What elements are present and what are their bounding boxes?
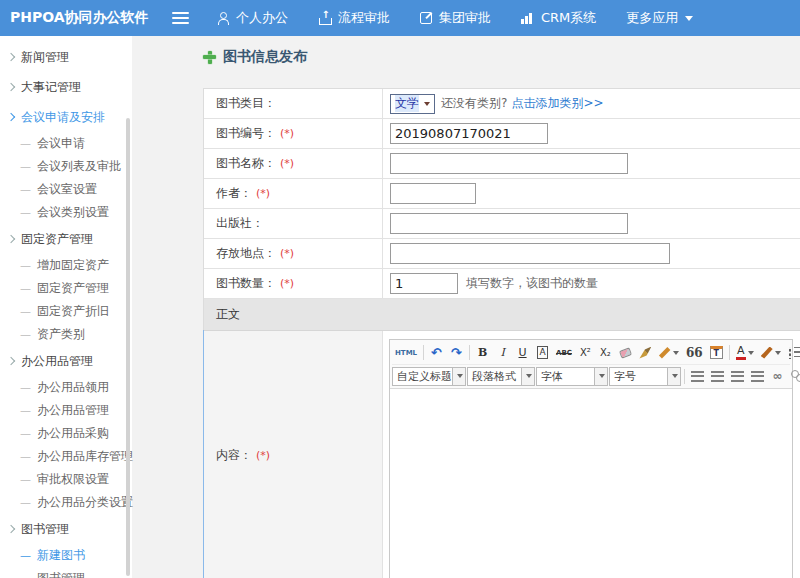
category-select[interactable]: 文学 [390, 94, 435, 114]
align-center-icon [711, 371, 724, 382]
undo-button[interactable]: ↶ [427, 343, 446, 362]
font-color-button[interactable]: A [733, 343, 757, 362]
anchor-button[interactable] [788, 367, 800, 386]
sidebar-item-meeting-category[interactable]: — 会议类别设置 [0, 201, 132, 224]
category-selected-value: 文学 [395, 95, 419, 112]
align-center-button[interactable] [708, 367, 727, 386]
html-source-button[interactable]: HTML [392, 343, 420, 362]
sidebar-item-book-manage[interactable]: — 图书管理 [0, 567, 132, 578]
sidebar-item-add-asset[interactable]: — 增加固定资产 [0, 254, 132, 277]
sidebar-item-meeting-apply[interactable]: — 会议申请 [0, 132, 132, 155]
nav-more-apps[interactable]: 更多应用 [626, 9, 693, 27]
sidebar-group-memorabilia[interactable]: 大事记管理 [0, 72, 132, 102]
quantity-input[interactable] [390, 273, 458, 294]
sidebar-group-news[interactable]: 新闻管理 [0, 42, 132, 72]
link-icon: ∞ [773, 371, 783, 382]
nav-workflow-approval[interactable]: 流程审批 [318, 9, 390, 27]
sidebar-item-asset-manage[interactable]: — 固定资产管理 [0, 277, 132, 300]
section-header-body: 正文 [204, 299, 800, 331]
blockquote-button[interactable]: 66 [683, 343, 706, 362]
nav-label: CRM系统 [541, 9, 596, 27]
font-border-button[interactable]: A [533, 343, 552, 362]
book-no-input[interactable] [390, 123, 548, 144]
sidebar-item-meeting-room[interactable]: — 会议室设置 [0, 178, 132, 201]
chevron-right-icon [7, 53, 15, 61]
editor-content-area[interactable] [390, 389, 792, 578]
chevron-down-icon [673, 351, 679, 355]
sidebar-item-supplies-claim[interactable]: — 办公用品领用 [0, 376, 132, 399]
required-marker: (*) [280, 277, 294, 290]
sidebar-item-label: 会议申请 [37, 135, 85, 152]
chevron-right-icon [7, 525, 15, 533]
sidebar-group-meeting[interactable]: 会议申请及安排 [0, 102, 132, 132]
sidebar: 新闻管理 大事记管理 会议申请及安排 — 会议申请 — 会议列表及审批 — 会议… [0, 36, 132, 578]
paste-text-icon: T [710, 346, 723, 359]
subscript-button[interactable]: X₂ [596, 343, 615, 362]
nav-crm-system[interactable]: CRM系统 [521, 9, 596, 27]
sidebar-scrollbar[interactable] [126, 118, 130, 576]
sidebar-item-label: 固定资产管理 [37, 280, 109, 297]
sidebar-group-office-supplies[interactable]: 办公用品管理 [0, 346, 132, 376]
sidebar-item-label: 会议申请及安排 [21, 109, 105, 126]
heading-select[interactable]: 自定义标题 [392, 367, 466, 386]
add-category-link[interactable]: 点击添加类别>> [511, 95, 603, 112]
font-size-select[interactable]: 字号 [609, 367, 681, 386]
chevron-down-icon [526, 374, 532, 378]
sidebar-item-label: 新闻管理 [21, 49, 69, 66]
font-color-letter: A [737, 346, 745, 356]
row-location: 存放地点： (*) [204, 239, 800, 269]
location-input[interactable] [390, 243, 670, 264]
author-input[interactable] [390, 183, 476, 204]
font-family-select[interactable]: 字体 [536, 367, 608, 386]
sidebar-item-supplies-manage[interactable]: — 办公用品管理 [0, 399, 132, 422]
insert-link-button[interactable]: ∞ [768, 367, 787, 386]
editor-toolbar-row1: HTML ↶ ↷ B I U A ABC X² X₂ [392, 341, 790, 364]
align-left-button[interactable] [688, 367, 707, 386]
ordered-list-button[interactable] [785, 343, 800, 362]
quantity-label: 图书数量： [216, 275, 276, 292]
sidebar-item-label: 固定资产折旧 [37, 303, 109, 320]
publisher-input[interactable] [390, 213, 628, 234]
nav-personal-office[interactable]: 个人办公 [217, 9, 288, 27]
sidebar-item-supplies-purchase[interactable]: — 办公用品采购 [0, 422, 132, 445]
page-title: 图书信息发布 [203, 48, 307, 66]
chevron-right-icon [7, 235, 15, 243]
upload-tray-icon [318, 12, 331, 25]
sidebar-group-books[interactable]: 图书管理 [0, 514, 132, 544]
underline-button[interactable]: U [513, 343, 532, 362]
redo-button[interactable]: ↷ [447, 343, 466, 362]
sidebar-item-label: 资产类别 [37, 326, 85, 343]
clear-format-button[interactable] [636, 343, 655, 362]
sidebar-item-meeting-list[interactable]: — 会议列表及审批 [0, 155, 132, 178]
paste-as-text-button[interactable]: T [707, 343, 726, 362]
strikethrough-button[interactable]: ABC [553, 343, 575, 362]
ordered-list-icon [788, 347, 800, 359]
sidebar-group-fixed-assets[interactable]: 固定资产管理 [0, 224, 132, 254]
required-marker: (*) [256, 449, 270, 462]
eraser-button[interactable] [616, 343, 635, 362]
sidebar-item-supplies-inventory[interactable]: — 办公用品库存管理 [0, 445, 132, 468]
sidebar-item-approval-permission[interactable]: — 审批权限设置 [0, 468, 132, 491]
highlight-color-button[interactable] [758, 343, 784, 362]
chevron-down-icon [685, 16, 693, 21]
sidebar-item-new-book[interactable]: — 新建图书 [0, 544, 132, 567]
format-painter-button[interactable] [656, 343, 682, 362]
sidebar-item-asset-depreciation[interactable]: — 固定资产折旧 [0, 300, 132, 323]
align-right-button[interactable] [728, 367, 747, 386]
italic-button[interactable]: I [493, 343, 512, 362]
book-name-input[interactable] [390, 153, 628, 174]
bold-button[interactable]: B [473, 343, 492, 362]
category-label: 图书类目： [216, 95, 276, 112]
chevron-down-icon [457, 374, 463, 378]
chevron-down-icon [775, 351, 781, 355]
superscript-button[interactable]: X² [576, 343, 595, 362]
chevron-right-icon [7, 83, 15, 91]
required-marker: (*) [280, 127, 294, 140]
bar-chart-icon [521, 13, 534, 24]
sidebar-item-supplies-classify[interactable]: — 办公用品分类设置 [0, 491, 132, 514]
paragraph-format-select[interactable]: 段落格式 [467, 367, 535, 386]
nav-group-approval[interactable]: 集团审批 [420, 9, 491, 27]
justify-button[interactable] [748, 367, 767, 386]
sidebar-item-asset-category[interactable]: — 资产类别 [0, 323, 132, 346]
menu-icon[interactable] [172, 12, 189, 24]
